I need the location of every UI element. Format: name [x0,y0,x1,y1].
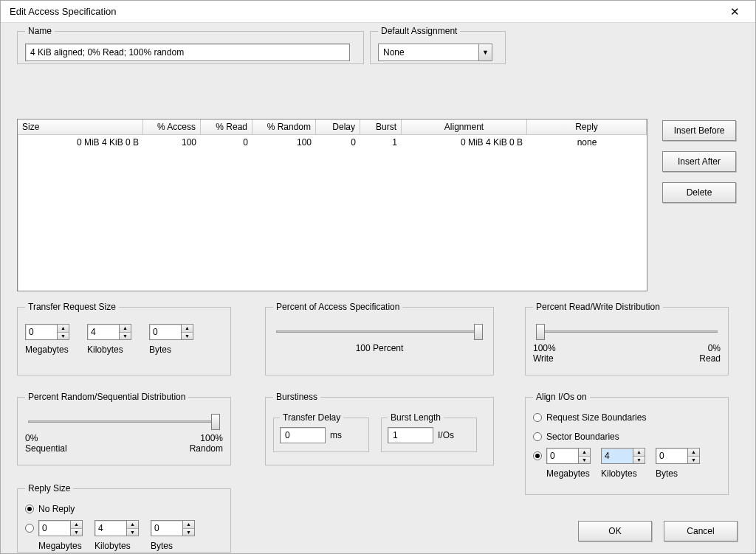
up-icon[interactable]: ▲ [58,325,69,333]
name-input[interactable] [25,44,350,61]
align-b-spinner[interactable]: ▲▼ [656,448,700,464]
up-icon[interactable]: ▲ [127,521,138,529]
radio-icon [25,524,34,533]
up-icon[interactable]: ▲ [182,325,193,333]
close-icon[interactable]: ✕ [720,1,749,22]
chevron-down-icon[interactable]: ▼ [478,44,492,60]
dialog-window: Edit Access Specification ✕ Name Default… [0,0,756,554]
down-icon[interactable]: ▼ [182,333,193,340]
align-opt-custom[interactable]: ▲▼ Megabytes ▲▼ Kilobytes [533,448,721,479]
col-delay[interactable]: Delay [316,120,360,135]
rw-legend: Percent Read/Write Distribution [533,302,663,312]
ok-button[interactable]: OK [578,521,652,541]
pct-access-legend: Percent of Access Specification [273,302,402,312]
up-icon[interactable]: ▲ [183,521,194,529]
name-group: Name [17,26,364,64]
trs-mb-spinner[interactable]: ▲▼ [25,324,69,340]
up-icon[interactable]: ▲ [579,449,590,457]
rw-left-top: 100% [533,343,556,353]
down-icon[interactable]: ▼ [127,529,138,536]
up-icon[interactable]: ▲ [688,449,699,457]
align-kb-input[interactable] [601,448,633,464]
align-opt1-label: Request Size Boundaries [546,412,646,423]
rw-left-bot: Write [533,353,556,364]
down-icon[interactable]: ▼ [688,457,699,464]
up-icon[interactable]: ▲ [71,521,82,529]
bl-input[interactable] [388,427,433,443]
radio-icon [533,413,542,422]
trs-b-input[interactable] [149,324,182,340]
burstiness-legend: Burstiness [273,392,320,402]
col-access[interactable]: % Access [143,120,201,135]
transfer-request-size-group: Transfer Request Size ▲▼ Megabytes ▲▼ Ki… [17,302,231,375]
align-b-input[interactable] [656,448,688,464]
default-assignment-legend: Default Assignment [378,26,460,36]
percent-access-group: Percent of Access Specification 100 Perc… [265,302,494,375]
td-input[interactable] [280,427,326,443]
rs-right-top: 100% [190,433,223,443]
bl-legend: Burst Length [388,412,444,423]
col-burst[interactable]: Burst [360,120,402,135]
name-legend: Name [25,26,55,36]
align-mb-input[interactable] [546,448,579,464]
down-icon[interactable]: ▼ [120,333,131,340]
trs-b-spinner[interactable]: ▲▼ [149,324,193,340]
reply-b-input[interactable] [151,520,183,536]
td-unit: ms [330,430,342,440]
down-icon[interactable]: ▼ [579,457,590,464]
down-icon[interactable]: ▼ [58,333,69,340]
rand-seq-group: Percent Random/Sequential Distribution 0… [17,392,231,465]
cell-delay: 0 [316,135,360,150]
down-icon[interactable]: ▼ [633,457,645,464]
pct-access-slider[interactable] [276,324,483,340]
col-alignment[interactable]: Alignment [402,120,527,135]
align-opt-request[interactable]: Request Size Boundaries [533,409,721,426]
rs-slider[interactable] [28,414,220,430]
align-group: Align I/Os on Request Size Boundaries Se… [525,392,729,495]
insert-before-button[interactable]: Insert Before [662,120,736,141]
up-icon[interactable]: ▲ [633,449,645,457]
align-kb-spinner[interactable]: ▲▼ [601,448,645,464]
col-size[interactable]: Size [18,120,143,135]
align-opt-sector[interactable]: Sector Boundaries [533,429,721,445]
access-spec-list[interactable]: Size % Access % Read % Random Delay Burs… [17,119,647,291]
radio-icon [533,451,542,460]
default-assignment-group: Default Assignment None ▼ [370,26,506,64]
reply-no-reply[interactable]: No Reply [25,501,223,517]
reply-legend: Reply Size [25,483,73,494]
col-read[interactable]: % Read [201,120,252,135]
reply-kb-label: Kilobytes [94,541,131,551]
reply-mb-spinner[interactable]: ▲▼ [38,520,83,536]
list-row[interactable]: 0 MiB 4 KiB 0 B 100 0 100 0 1 0 MiB 4 Ki… [18,135,647,150]
rs-legend: Percent Random/Sequential Distribution [25,392,188,402]
reply-kb-spinner[interactable]: ▲▼ [94,520,139,536]
reply-mb-input[interactable] [38,520,71,536]
up-icon[interactable]: ▲ [120,325,131,333]
trs-mb-input[interactable] [25,324,58,340]
reply-b-spinner[interactable]: ▲▼ [151,520,195,536]
pct-access-caption: 100 Percent [273,343,486,353]
trs-kb-input[interactable] [87,324,120,340]
bl-unit: I/Os [438,430,454,440]
reply-custom[interactable]: ▲▼ Megabytes ▲▼ Kilobytes [25,520,223,551]
trs-legend: Transfer Request Size [25,302,119,312]
trs-kb-spinner[interactable]: ▲▼ [87,324,131,340]
side-buttons: Insert Before Insert After Delete [662,120,736,203]
align-mb-spinner[interactable]: ▲▼ [546,448,591,464]
rw-slider[interactable] [536,324,718,340]
cell-reply: none [527,135,647,150]
cancel-button[interactable]: Cancel [664,521,738,541]
col-reply[interactable]: Reply [527,120,647,135]
down-icon[interactable]: ▼ [183,529,194,536]
footer-buttons: OK Cancel [578,521,738,541]
delete-button[interactable]: Delete [662,182,736,203]
default-assignment-dropdown[interactable]: None ▼ [378,44,492,61]
insert-after-button[interactable]: Insert After [662,151,736,172]
reply-kb-input[interactable] [94,520,127,536]
default-assignment-value: None [379,47,478,58]
down-icon[interactable]: ▼ [71,529,82,536]
cell-burst: 1 [360,135,402,150]
trs-b-label: Bytes [149,344,171,355]
col-random[interactable]: % Random [252,120,316,135]
reply-no-reply-label: No Reply [38,504,75,514]
